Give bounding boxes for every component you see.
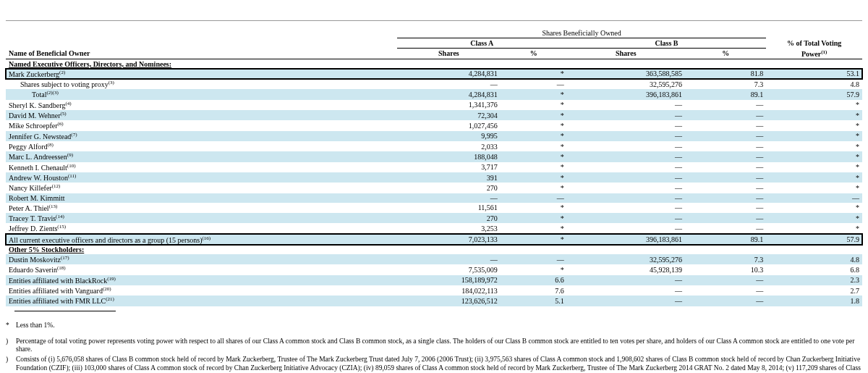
cell-vp: — (766, 193, 862, 203)
owner-name: Nancy Killefer(12) (6, 183, 397, 193)
cell-b_pc: — (685, 162, 766, 172)
cell-a_sh: 2,033 (397, 141, 501, 151)
cell-a_sh: 270 (397, 183, 501, 193)
cell-a_pc: — (501, 254, 567, 264)
cell-vp: * (766, 151, 862, 162)
owner-name: Entities affiliated with BlackRock(19) (6, 275, 397, 285)
table-row: Tracey T. Travis(14)270*——* (6, 213, 862, 223)
cell-b_sh: — (567, 223, 685, 234)
owner-name: Peggy Alford(8) (6, 141, 397, 151)
table-row: Peggy Alford(8)2,033*——* (6, 141, 862, 151)
hdr-voting: % of Total Voting (766, 38, 862, 49)
cell-b_pc: — (685, 203, 766, 213)
cell-a_pc: * (501, 131, 567, 141)
cell-a_pc: — (501, 79, 567, 89)
owner-name: Eduardo Saverin(18) (6, 264, 397, 274)
owner-name: Entities affiliated with Vanguard(20) (6, 285, 397, 296)
table-row: Jennifer G. Newstead(7)9,995*——* (6, 131, 862, 141)
hdr-b-pct: % (685, 49, 766, 59)
owner-name: Mark Zuckerberg(2) (6, 69, 397, 79)
cell-vp: 6.8 (766, 264, 862, 274)
cell-a_pc: 6.6 (501, 275, 567, 285)
cell-b_pc: — (685, 183, 766, 193)
cell-a_pc: * (501, 141, 567, 151)
cell-b_pc: — (685, 193, 766, 203)
cell-b_sh: — (567, 213, 685, 223)
cell-a_sh: — (397, 254, 501, 264)
cell-a_sh: 184,022,113 (397, 285, 501, 296)
cell-b_pc: 10.3 (685, 264, 766, 274)
cell-a_pc: * (501, 223, 567, 234)
cell-b_sh: — (567, 193, 685, 203)
table-row: Entities affiliated with FMR LLC(21)123,… (6, 296, 862, 306)
table-row: Kenneth I. Chenault(10)3,717*——* (6, 162, 862, 172)
cell-b_pc: 7.3 (685, 79, 766, 89)
cell-b_sh: 32,595,276 (567, 79, 685, 89)
table-row: Shares subject to voting proxy(3)——32,59… (6, 79, 862, 89)
cell-vp: * (766, 100, 862, 110)
owner-name: David M. Wehner(5) (6, 110, 397, 120)
hdr-power: Power(1) (766, 49, 862, 59)
hdr-b-shares: Shares (567, 49, 685, 59)
owner-name: Dustin Moskovitz(17) (6, 254, 397, 264)
cell-vp: * (766, 213, 862, 223)
owner-name: Tracey T. Travis(14) (6, 213, 397, 223)
footnote-star: *Less than 1%. (6, 322, 862, 330)
cell-b_sh: — (567, 172, 685, 183)
header-row-3: Name of Beneficial Owner Shares % Shares… (6, 49, 862, 59)
cell-a_sh: 391 (397, 172, 501, 183)
cell-a_sh: 7,023,133 (397, 234, 501, 245)
owner-name: Robert M. Kimmitt (6, 193, 397, 203)
cell-b_pc: 81.8 (685, 69, 766, 79)
cell-a_sh: 11,561 (397, 203, 501, 213)
cell-b_sh: — (567, 120, 685, 130)
cell-a_sh: 158,189,972 (397, 275, 501, 285)
cell-b_sh: — (567, 162, 685, 172)
cell-a_pc: * (501, 234, 567, 245)
cell-vp: * (766, 203, 862, 213)
cell-b_sh: — (567, 296, 685, 306)
cell-b_pc: 7.3 (685, 254, 766, 264)
cell-b_sh: — (567, 151, 685, 162)
table-row: Mike Schroepfer(6)1,027,456*——* (6, 120, 862, 130)
hdr-a-pct: % (501, 49, 567, 59)
cell-vp: 2.7 (766, 285, 862, 296)
hdr-a-shares: Shares (397, 49, 501, 59)
cell-vp: * (766, 183, 862, 193)
cell-a_pc: * (501, 120, 567, 130)
footnotes: *Less than 1%. )Percentage of total voti… (6, 322, 862, 373)
cell-b_pc: — (685, 172, 766, 183)
cell-b_pc: 89.1 (685, 234, 766, 245)
table-row: Sheryl K. Sandberg(4)1,341,376*——* (6, 100, 862, 110)
cell-a_pc: * (501, 151, 567, 162)
cell-b_pc: — (685, 141, 766, 151)
cell-a_sh: — (397, 79, 501, 89)
owner-name: Andrew W. Houston(11) (6, 172, 397, 183)
cell-a_pc: * (501, 172, 567, 183)
cell-b_sh: 32,595,276 (567, 254, 685, 264)
hdr-shares-owned: Shares Beneficially Owned (397, 28, 766, 38)
cell-b_pc: — (685, 213, 766, 223)
cell-a_pc: 5.1 (501, 296, 567, 306)
cell-b_sh: — (567, 110, 685, 120)
hdr-class-b: Class B (567, 38, 767, 49)
hdr-name: Name of Beneficial Owner (6, 49, 397, 59)
cell-vp: * (766, 172, 862, 183)
cell-b_sh: — (567, 183, 685, 193)
owner-name: Kenneth I. Chenault(10) (6, 162, 397, 172)
cell-b_sh: 45,928,139 (567, 264, 685, 274)
owner-name: All current executive officers and direc… (6, 234, 397, 245)
header-row-2: Class A Class B % of Total Voting (6, 38, 862, 49)
table-row: Entities affiliated with Vanguard(20)184… (6, 285, 862, 296)
cell-b_pc: — (685, 151, 766, 162)
cell-a_pc: * (501, 69, 567, 79)
header-row-1: Shares Beneficially Owned (6, 28, 862, 38)
cell-a_sh: 4,284,831 (397, 89, 501, 99)
owner-name: Sheryl K. Sandberg(4) (6, 100, 397, 110)
ownership-table: Shares Beneficially Owned Class A Class … (6, 28, 862, 306)
page-divider (6, 20, 862, 21)
cell-a_pc: — (501, 193, 567, 203)
cell-a_sh: 1,341,376 (397, 100, 501, 110)
cell-b_pc: — (685, 120, 766, 130)
cell-a_sh: 123,626,512 (397, 296, 501, 306)
